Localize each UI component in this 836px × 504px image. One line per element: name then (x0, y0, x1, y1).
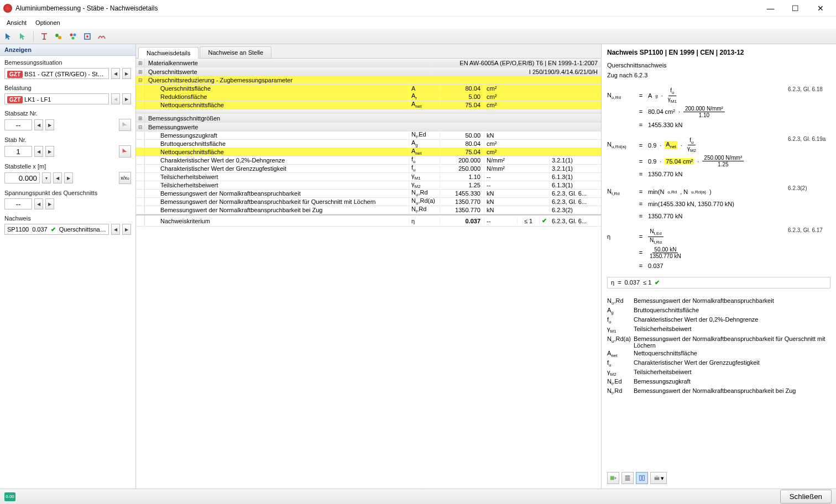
staffset-label: Stabsatz Nr. (0, 107, 135, 118)
tab-details[interactable]: Nachweisdetails (138, 47, 198, 59)
tool1-icon[interactable] (38, 30, 50, 43)
center-panel: Nachweisdetails Nachweise an Stelle ⊞Mat… (136, 44, 602, 489)
window-title: Aluminiumbemessung - Stäbe - Nachweisdet… (15, 4, 758, 12)
rt-list-icon[interactable] (621, 472, 634, 484)
tab-atpoint[interactable]: Nachweise an Stelle (200, 46, 271, 58)
table-row[interactable]: NettoquerschnittsflächeAnet75.04cm² (136, 148, 601, 156)
situation-prev[interactable]: ◀ (111, 68, 120, 79)
table-row[interactable]: BruttoquerschnittsflächeAg80.04cm² (136, 140, 601, 148)
legend-row: No,RdBemessungswert der Normalkraftbeans… (607, 297, 830, 306)
svg-rect-9 (655, 476, 658, 478)
staff-prev[interactable]: ◀ (34, 146, 43, 157)
situation-label: Bemessungssituation (0, 56, 135, 67)
table-row[interactable]: Bemessungswert der Normalkraftbeanspruch… (136, 206, 601, 214)
svg-point-3 (74, 33, 76, 36)
legend-row: AgBruttoquerschnittsfläche (607, 307, 830, 315)
point-toggle-icon[interactable]: x/x₀ (119, 172, 131, 184)
collapse-icon[interactable]: ⊟ (136, 76, 145, 84)
legend-row: foCharakteristischer Wert der 0,2%-Dehng… (607, 316, 830, 324)
legend-row: γM1Teilsicherheitsbeiwert (607, 326, 830, 334)
legend-row: γM2Teilsicherheitsbeiwert (607, 369, 830, 377)
loading-prev[interactable]: ◀ (111, 93, 120, 104)
right-title: Nachweis SP1100 | EN 1999 | CEN | 2013-1… (607, 49, 830, 56)
footer: 0.00 Schließen (0, 489, 836, 504)
legend-row: Nu,Rd(a)Bemessungswert der Normalkraftbe… (607, 335, 830, 349)
staff-label: Stab Nr. (0, 133, 135, 144)
proof-prev[interactable]: ◀ (111, 224, 120, 235)
tool2-icon[interactable] (53, 30, 65, 43)
rt-tool1-icon[interactable] (607, 472, 619, 484)
close-button[interactable]: ✕ (808, 1, 833, 16)
minimize-button[interactable]: ― (758, 1, 783, 16)
maximize-button[interactable]: ☐ (783, 1, 808, 16)
point-next[interactable]: ▶ (64, 172, 73, 183)
staff-next[interactable]: ▶ (45, 146, 54, 157)
staffset-pick-icon[interactable] (119, 119, 131, 131)
point-input[interactable] (4, 172, 40, 183)
right-panel: Nachweis SP1100 | EN 1999 | CEN | 2013-1… (602, 44, 836, 489)
collapse-icon[interactable]: ⊟ (136, 123, 145, 131)
app-icon (3, 4, 12, 13)
staffset-prev[interactable]: ◀ (34, 119, 43, 130)
cursor-icon[interactable] (2, 30, 14, 43)
details-grid[interactable]: ⊞MaterialkennwerteEN AW-6005A (EP/O,ER/B… (136, 59, 601, 489)
loading-label: Belastung (0, 81, 135, 92)
table-row[interactable]: Bemessungswert der Normalkraftbeanspruch… (136, 190, 601, 198)
table-row[interactable]: Charakteristischer Wert der Grenzzugfest… (136, 165, 601, 173)
cursor-alt-icon[interactable] (17, 30, 29, 43)
menubar: Ansicht Optionen (0, 17, 836, 29)
stress-next[interactable]: ▶ (45, 198, 54, 209)
point-dd[interactable]: ▾ (42, 172, 51, 183)
legend-row: Nt,EdBemessungszugkraft (607, 378, 830, 386)
svg-rect-7 (610, 476, 614, 480)
legend-row: fuCharakteristischer Wert der Grenzzugfe… (607, 359, 830, 368)
expand-icon[interactable]: ⊞ (136, 67, 145, 76)
table-row[interactable]: TeilsicherheitsbeiwertγM21.25--6.1.3(1) (136, 181, 601, 190)
close-dialog-button[interactable]: Schließen (780, 490, 832, 503)
status-badge: 0.00 (4, 492, 15, 501)
menu-options[interactable]: Optionen (31, 18, 65, 27)
situation-dropdown[interactable]: GZT BS1 - GZT (STR/GEO) - Ständig ... (4, 68, 109, 79)
table-row[interactable]: Charakteristischer Wert der 0,2%-Dehngre… (136, 156, 601, 165)
loading-dropdown[interactable]: GZT LK1 - LF1 (4, 93, 109, 104)
table-row[interactable]: BemessungszugkraftNt,Ed50.00kN (136, 132, 601, 140)
titlebar: Aluminiumbemessung - Stäbe - Nachweisdet… (0, 0, 836, 17)
loading-next[interactable]: ▶ (122, 93, 131, 104)
expand-icon[interactable]: ⊞ (136, 59, 145, 67)
rt-print-icon[interactable]: ▾ (650, 472, 667, 484)
staffset-next[interactable]: ▶ (45, 119, 54, 130)
point-label: Stabstelle x [m] (0, 160, 135, 171)
table-row[interactable]: TeilsicherheitsbeiwertγM11.10--6.1.3(1) (136, 173, 601, 181)
point-prev[interactable]: ◀ (53, 172, 62, 183)
proof-label: Nachweis (0, 212, 135, 223)
svg-point-6 (86, 35, 88, 38)
svg-point-4 (72, 36, 75, 39)
staffset-input[interactable] (4, 119, 32, 130)
staff-input[interactable] (4, 146, 32, 157)
result-box: η=0.037≤ 1✔ (607, 277, 830, 288)
legend-row: AnetNettoquerschnittsfläche (607, 350, 830, 358)
stress-prev[interactable]: ◀ (34, 198, 43, 209)
table-row[interactable]: Bemessungswert der Normalkraftbeanspruch… (136, 198, 601, 206)
situation-next[interactable]: ▶ (122, 68, 131, 79)
tool3-icon[interactable] (67, 30, 79, 43)
toolbar (0, 29, 836, 44)
svg-point-1 (58, 36, 61, 39)
proof-next[interactable]: ▶ (122, 224, 131, 235)
menu-view[interactable]: Ansicht (2, 18, 31, 27)
panel-header: Anzeigen (0, 44, 135, 56)
tool5-icon[interactable] (96, 30, 108, 43)
svg-point-0 (55, 34, 59, 37)
rt-tool3-icon[interactable] (636, 472, 648, 484)
staff-pick-icon[interactable] (119, 145, 131, 158)
left-panel: Anzeigen Bemessungssituation GZT BS1 - G… (0, 44, 136, 489)
tool4-icon[interactable] (81, 30, 93, 43)
legend-row: Nt,RdBemessungswert der Normalkraftbeans… (607, 387, 830, 396)
stress-input[interactable] (4, 198, 32, 209)
expand-icon[interactable]: ⊞ (136, 114, 145, 122)
stress-label: Spannungspunkt des Querschnitts (0, 186, 135, 197)
svg-point-2 (70, 33, 73, 36)
proof-dropdown[interactable]: SP11000.037✔Querschnittsnach... (4, 224, 109, 235)
